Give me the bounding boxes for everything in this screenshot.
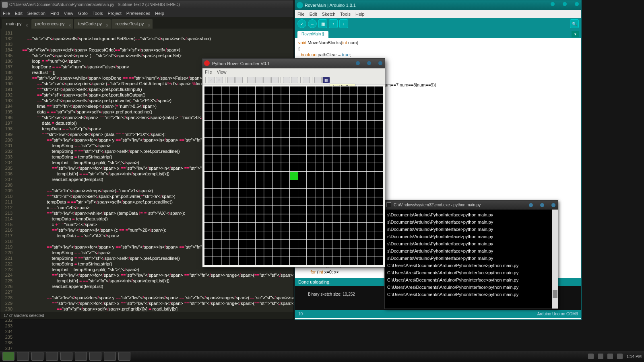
rover-tool-a[interactable] bbox=[247, 77, 254, 83]
arduino-tab-menu-icon[interactable]: ▾ bbox=[572, 31, 579, 37]
arduino-icon bbox=[297, 2, 303, 8]
tab-testCode-py[interactable]: testCode.py× bbox=[74, 19, 111, 29]
arduino-window-controls[interactable] bbox=[551, 2, 579, 6]
menu-goto[interactable]: Goto bbox=[78, 9, 88, 17]
cmd-window: C:\Windows\system32\cmd.exe - python mai… bbox=[384, 200, 558, 309]
sublime-status-text: 17 characters selected bbox=[4, 313, 44, 318]
tray-flag-icon[interactable] bbox=[588, 354, 594, 359]
sublime-statusbar: 17 characters selected bbox=[0, 312, 293, 319]
cmd-title-text: C:\Windows\system32\cmd.exe - python mai… bbox=[394, 203, 481, 207]
taskbar-ard[interactable] bbox=[104, 352, 116, 361]
taskbar-clock[interactable]: 1:14 PM bbox=[627, 354, 642, 359]
arduino-title-text: RoverMain | Arduino 1.0.1 bbox=[305, 3, 356, 8]
taskbar-term[interactable] bbox=[60, 352, 72, 361]
tray-network-icon[interactable] bbox=[607, 354, 613, 359]
rover-tool-print[interactable] bbox=[291, 77, 298, 83]
rover-tool-e[interactable] bbox=[283, 77, 290, 83]
close-icon[interactable]: × bbox=[26, 21, 28, 31]
tab-preferences-py[interactable]: preferences.py× bbox=[31, 19, 74, 29]
rover-grid[interactable] bbox=[204, 86, 383, 265]
menu-preferences[interactable]: Preferences bbox=[126, 9, 150, 17]
rover-menu-view[interactable]: View bbox=[217, 68, 227, 76]
rover-tool-edit[interactable] bbox=[227, 77, 235, 83]
sublime-gutter: 1811821831841851861871881891901911921931… bbox=[0, 29, 15, 312]
arduino-menu-help[interactable]: Help bbox=[355, 10, 365, 18]
close-icon[interactable]: × bbox=[148, 21, 150, 31]
rover-menu-file[interactable]: File bbox=[205, 68, 212, 76]
taskbar-folder[interactable] bbox=[89, 352, 101, 361]
arduino-foot-right: Arduino Uno on COM3 bbox=[537, 310, 578, 318]
taskbar[interactable]: 1:14 PM bbox=[0, 351, 644, 362]
arduino-menu-file[interactable]: File bbox=[297, 10, 305, 18]
arduino-tabbar[interactable]: RoverMain § ▾ bbox=[295, 29, 581, 38]
arduino-menu-sketch[interactable]: Sketch bbox=[322, 10, 336, 18]
cmd-body[interactable]: s\Documents\Arduino\PyhonInterface>pytho… bbox=[385, 210, 558, 309]
arduino-status-text: Done uploading. bbox=[298, 280, 330, 284]
arduino-toolbar[interactable]: ✓ → ▦ ↑ ↓ 🔍 bbox=[295, 18, 581, 29]
tray-sound-icon[interactable] bbox=[617, 354, 623, 359]
rover-window-controls[interactable] bbox=[356, 61, 382, 65]
taskbar-chrome[interactable] bbox=[46, 352, 58, 361]
rover-window: Python Rover Controller V0.1 FileView ✓✕… bbox=[202, 58, 385, 267]
arduino-menu-tools[interactable]: Tools bbox=[340, 10, 351, 18]
cmd-scroll-thumb[interactable] bbox=[553, 290, 557, 298]
sublime-menubar[interactable]: FileEditSelectionFindViewGotoToolsProjec… bbox=[0, 9, 293, 17]
open-button[interactable]: ↑ bbox=[329, 19, 338, 28]
new-button[interactable]: ▦ bbox=[318, 19, 327, 28]
rover-tool-sound[interactable] bbox=[235, 77, 243, 83]
taskbar-term[interactable] bbox=[75, 352, 87, 361]
rover-position-cell bbox=[290, 172, 298, 180]
taskbar-start[interactable] bbox=[2, 352, 14, 361]
menu-view[interactable]: View bbox=[64, 9, 73, 17]
rover-tool-go[interactable]: ✓ bbox=[208, 77, 215, 83]
rover-tool-d[interactable] bbox=[271, 77, 279, 83]
rover-menubar[interactable]: FileView bbox=[202, 68, 385, 76]
cmd-window-controls[interactable] bbox=[529, 203, 555, 207]
system-tray[interactable]: 1:14 PM bbox=[588, 354, 642, 359]
rover-icon bbox=[204, 60, 210, 66]
rover-titlebar[interactable]: Python Rover Controller V0.1 bbox=[202, 59, 385, 68]
menu-find[interactable]: Find bbox=[50, 9, 59, 17]
serial-monitor-button[interactable]: 🔍 bbox=[570, 19, 579, 28]
menu-help[interactable]: Help bbox=[155, 9, 164, 17]
verify-button[interactable]: ✓ bbox=[297, 19, 306, 28]
close-icon[interactable]: × bbox=[68, 21, 71, 31]
arduino-tab[interactable]: RoverMain § bbox=[297, 31, 328, 38]
save-button[interactable]: ↓ bbox=[339, 19, 348, 28]
taskbar-apps[interactable] bbox=[17, 352, 29, 361]
cmd-icon bbox=[386, 202, 391, 207]
close-icon[interactable]: × bbox=[106, 21, 108, 31]
arduino-console-text: Binary sketch size: 10,252 bbox=[308, 292, 355, 296]
menu-file[interactable]: File bbox=[3, 9, 10, 17]
rover-tool-f[interactable] bbox=[314, 77, 322, 83]
rover-title-text: Python Rover Controller V0.1 bbox=[212, 61, 270, 66]
rover-tool-wrench[interactable] bbox=[303, 77, 310, 83]
tray-shield-icon[interactable] bbox=[598, 354, 603, 359]
menu-selection[interactable]: Selection bbox=[27, 9, 45, 17]
arduino-titlebar[interactable]: RoverMain | Arduino 1.0.1 bbox=[295, 0, 581, 10]
rover-tool-stop[interactable]: ✕ bbox=[216, 77, 223, 83]
cmd-scrollbar[interactable] bbox=[552, 210, 558, 309]
cmd-titlebar[interactable]: C:\Windows\system32\cmd.exe - python mai… bbox=[385, 201, 558, 210]
taskbar-py[interactable] bbox=[118, 352, 130, 361]
sublime-icon bbox=[2, 2, 8, 8]
rover-toolbar[interactable]: ✓✕▦ bbox=[202, 76, 385, 84]
sublime-title-text: C:\Users\Ares\Documents\Arduino\PyhonInt… bbox=[9, 2, 180, 7]
menu-tools[interactable]: Tools bbox=[93, 9, 103, 17]
upload-button[interactable]: → bbox=[308, 19, 317, 28]
menu-edit[interactable]: Edit bbox=[15, 9, 23, 17]
taskbar-pad[interactable] bbox=[31, 352, 43, 361]
arduino-foot-left: 10 bbox=[298, 310, 303, 318]
rover-tool-c[interactable] bbox=[263, 77, 270, 83]
rover-tool-test[interactable]: ▦ bbox=[322, 77, 330, 83]
tab-receiveTest-py[interactable]: receiveTest.py× bbox=[111, 19, 153, 29]
rover-tool-b[interactable] bbox=[255, 77, 262, 83]
arduino-footer: 10 Arduino Uno on COM3 bbox=[295, 310, 581, 318]
sublime-tabs[interactable]: main.py×preferences.py×testCode.py×recei… bbox=[0, 17, 293, 29]
tab-main-py[interactable]: main.py× bbox=[2, 19, 31, 29]
menu-project[interactable]: Project bbox=[108, 9, 122, 17]
sublime-titlebar[interactable]: C:\Users\Ares\Documents\Arduino\PyhonInt… bbox=[0, 0, 293, 9]
arduino-menubar[interactable]: FileEditSketchToolsHelp bbox=[295, 10, 581, 18]
arduino-menu-edit[interactable]: Edit bbox=[310, 10, 317, 18]
